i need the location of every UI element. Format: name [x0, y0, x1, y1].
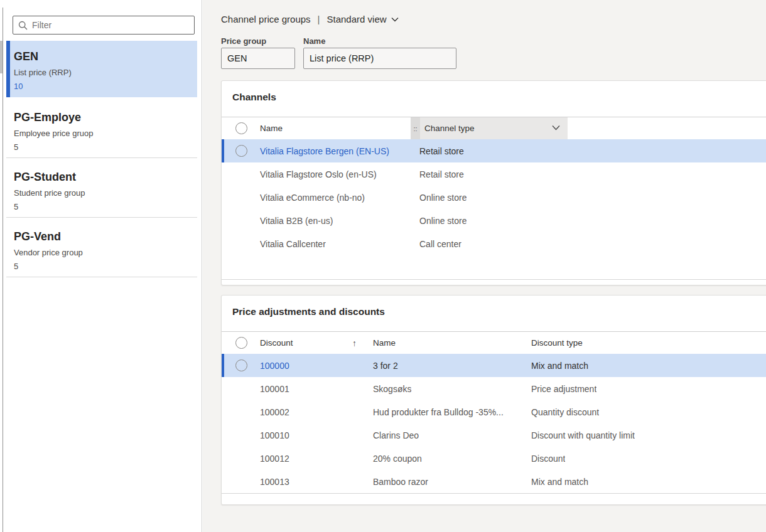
sidebar-item-pg-student[interactable]: PG-Student Student price group 5 [6, 158, 197, 218]
channels-grid-rows: Vitalia Flagstore Bergen (EN-US) Retail … [222, 139, 766, 255]
discount-id[interactable]: 100012 [260, 447, 289, 470]
left-scrollbar-thumb[interactable] [0, 41, 3, 73]
sort-ascending-icon: ↑ [352, 332, 357, 354]
column-header-discount[interactable]: Discount [260, 332, 293, 354]
price-group-field-label: Price group [221, 36, 266, 46]
discount-row[interactable]: 100002 Hud produkter fra Bulldog -35%...… [222, 400, 766, 423]
channel-name[interactable]: Vitalia Flagstore Oslo (en-US) [260, 162, 377, 186]
sidebar-item-pg-employe[interactable]: PG-Employe Employee price gruop 5 [6, 97, 197, 158]
select-all-radio[interactable] [235, 337, 247, 349]
discount-id-link[interactable]: 100000 [260, 354, 289, 377]
channels-card: Channels Name :: Channel type Vitalia Fl… [221, 80, 766, 285]
discounts-heading: Price adjustments and discounts [232, 306, 385, 317]
price-group-count: 5 [14, 142, 190, 152]
channel-type-value: Retail store [419, 139, 464, 162]
channel-name-link[interactable]: Vitalia Flagstore Bergen (EN-US) [260, 139, 389, 162]
channel-row[interactable]: Vitalia Flagstore Oslo (en-US) Retail st… [222, 162, 766, 186]
price-group-title: PG-Student [14, 169, 190, 184]
discount-type-value: Discount with quantity limit [531, 423, 635, 447]
column-header-name[interactable]: Name [373, 332, 396, 354]
discount-row[interactable]: 100013 Bamboo razor Mix and match [222, 470, 766, 493]
view-selector-label: Standard view [327, 14, 387, 24]
column-header-discount-type[interactable]: Discount type [531, 332, 583, 354]
channel-type-value: Online store [419, 209, 467, 232]
channels-grid-header: Name :: Channel type [222, 117, 766, 139]
price-group-subtitle: Vendor price group [14, 248, 190, 257]
price-group-subtitle: Student price group [14, 188, 190, 198]
discount-name: Skogsøks [373, 377, 411, 400]
discounts-grid-rows: 100000 3 for 2 Mix and match 100001 Skog… [222, 354, 766, 493]
channels-grid-bottom-border [222, 279, 766, 280]
price-group-count: 10 [14, 82, 190, 91]
view-selector[interactable]: Standard view [327, 14, 399, 24]
price-group-subtitle: List price (RRP) [14, 68, 190, 77]
discount-name: Clarins Deo [373, 423, 419, 447]
price-group-subtitle: Employee price gruop [14, 129, 190, 138]
discount-id[interactable]: 100013 [260, 470, 289, 493]
column-header-channel-type[interactable]: :: Channel type [411, 117, 568, 139]
header-separator: | [311, 14, 327, 24]
price-group-title: GEN [14, 49, 190, 64]
discount-row[interactable]: 100010 Clarins Deo Discount with quantit… [222, 423, 766, 447]
page-header: Channel price groups | Standard view [221, 14, 399, 24]
channel-name[interactable]: Vitalia Callcenter [260, 232, 326, 255]
filter-box [13, 16, 195, 35]
discount-type-value: Mix and match [531, 354, 588, 377]
price-group-list: GEN List price (RRP) 10 PG-Employe Emplo… [6, 41, 197, 277]
price-groups-sidebar: GEN List price (RRP) 10 PG-Employe Emplo… [3, 0, 202, 532]
channel-row[interactable]: Vitalia Flagstore Bergen (EN-US) Retail … [222, 139, 766, 162]
discount-type-value: Price adjustment [531, 377, 596, 400]
channel-type-value: Online store [419, 186, 467, 209]
discount-type-value: Discount [531, 447, 565, 470]
page-title: Channel price groups [221, 14, 311, 24]
discount-name: 3 for 2 [373, 354, 398, 377]
discount-row[interactable]: 100001 Skogsøks Price adjustment [222, 377, 766, 400]
channel-type-value: Call center [419, 232, 461, 255]
discount-id[interactable]: 100010 [260, 423, 289, 447]
discounts-grid-bottom-border [222, 493, 766, 494]
main-panel: Channel price groups | Standard view Pri… [203, 0, 766, 532]
column-header-name[interactable]: Name [260, 117, 283, 139]
discount-name: Bamboo razor [373, 470, 428, 493]
channels-heading: Channels [232, 92, 276, 103]
discount-name: Hud produkter fra Bulldog -35%... [373, 400, 504, 423]
name-field-label: Name [303, 36, 325, 46]
channel-row[interactable]: Vitalia Callcenter Call center [222, 232, 766, 255]
channel-name[interactable]: Vitalia B2B (en-us) [260, 209, 333, 232]
discount-row[interactable]: 100000 3 for 2 Mix and match [222, 354, 766, 377]
channel-row[interactable]: Vitalia B2B (en-us) Online store [222, 209, 766, 232]
price-group-count: 5 [14, 202, 190, 211]
filter-input[interactable] [32, 20, 189, 30]
row-radio[interactable] [235, 145, 247, 157]
discount-type-value: Mix and match [531, 470, 588, 493]
price-group-field[interactable] [221, 48, 295, 69]
channel-name[interactable]: Vitalia eCommerce (nb-no) [260, 186, 365, 209]
discount-id[interactable]: 100002 [260, 400, 289, 423]
name-field[interactable] [303, 48, 456, 69]
discount-type-value: Quantity discount [531, 400, 599, 423]
search-icon [18, 21, 28, 30]
channel-row[interactable]: Vitalia eCommerce (nb-no) Online store [222, 186, 766, 209]
chevron-down-icon [391, 17, 399, 22]
price-group-title: PG-Vend [14, 229, 190, 244]
chevron-down-icon [552, 125, 560, 130]
discounts-grid-header: Discount ↑ Name Discount type [222, 331, 766, 354]
discount-row[interactable]: 100012 20% coupon Discount [222, 447, 766, 470]
price-group-count: 5 [14, 262, 190, 271]
row-radio[interactable] [235, 359, 247, 371]
channel-price-groups-screen: GEN List price (RRP) 10 PG-Employe Emplo… [0, 0, 766, 532]
select-all-radio[interactable] [235, 122, 247, 134]
price-group-title: PG-Employe [14, 110, 190, 125]
discounts-card: Price adjustments and discounts Discount… [221, 295, 766, 505]
column-drag-handle[interactable]: :: [411, 117, 420, 139]
channel-type-label: Channel type [420, 124, 475, 133]
sidebar-item-pg-vend[interactable]: PG-Vend Vendor price group 5 [6, 218, 197, 277]
channel-type-value: Retail store [419, 162, 464, 186]
sidebar-item-gen[interactable]: GEN List price (RRP) 10 [6, 41, 197, 97]
discount-id[interactable]: 100001 [260, 377, 289, 400]
discount-name: 20% coupon [373, 447, 422, 470]
